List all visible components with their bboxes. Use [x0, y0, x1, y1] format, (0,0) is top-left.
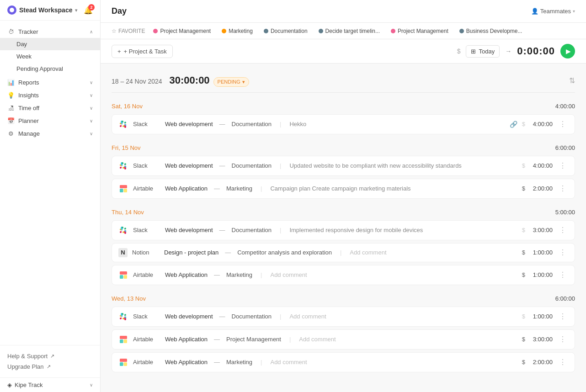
svg-point-0 [10, 8, 14, 12]
more-menu-thu14-1[interactable]: ⋮ [557, 248, 568, 257]
week-expand-icon[interactable]: ⇅ [569, 76, 575, 85]
sidebar: Stead Workspace ▾ 🔔 2 ⏱ Tracker ∧ Day We… [0, 0, 101, 392]
billable-wed13-2[interactable]: $ [522, 359, 525, 366]
time-thu14-2: 1:00:00 [530, 271, 553, 278]
workspace-name: Stead Workspace [19, 6, 72, 14]
day-label: Day [16, 41, 27, 48]
billable-thu14-2[interactable]: $ [522, 271, 525, 278]
billable-thu14-0[interactable]: $ [522, 227, 525, 233]
sidebar-item-pending[interactable]: Pending Approval [0, 63, 100, 75]
day-label-sat16: Sat, 16 Nov [112, 103, 143, 110]
upgrade-plan-link[interactable]: Upgrade Plan ↗ [7, 361, 93, 372]
billable-sat16-0[interactable]: $ [522, 121, 525, 127]
sidebar-item-reports[interactable]: 📊 Reports ∨ [0, 76, 100, 89]
sidebar-item-planner[interactable]: 📅 Planner ∨ [0, 114, 100, 127]
sidebar-item-tracker[interactable]: ⏱ Tracker ∧ [0, 25, 100, 38]
svg-rect-1 [120, 185, 127, 188]
billable-toggle-icon[interactable]: $ [457, 48, 461, 55]
app-name-fri15-0: Slack [133, 162, 160, 169]
kipe-track-selector[interactable]: ◈ Kipe Track ∨ [0, 377, 100, 392]
insights-icon: 💡 [7, 91, 15, 99]
day-total-thu14: 5:00:00 [555, 209, 575, 216]
link-icon-sat16-0[interactable]: 🔗 [510, 121, 517, 128]
time-wed13-2: 2:00:00 [530, 359, 553, 366]
fav-item-5[interactable]: Business Developme... [457, 27, 525, 35]
svg-rect-7 [120, 336, 127, 339]
fav-item-2[interactable]: Documentation [261, 27, 310, 35]
fav-dot-5 [459, 29, 464, 33]
workspace-selector[interactable]: Stead Workspace ▾ [7, 5, 77, 15]
add-comment-thu14-1[interactable]: Add comment [350, 249, 386, 256]
fav-name-0: Project Management [160, 28, 211, 34]
billable-fri15-1[interactable]: $ [522, 185, 525, 192]
top-header: Day 👤 Teammates ▾ [101, 0, 586, 23]
fav-name-1: Marketing [229, 28, 253, 34]
app-name-sat16-0: Slack [133, 121, 160, 127]
sidebar-item-timeoff[interactable]: 🏖 Time off ∨ [0, 101, 100, 114]
sidebar-item-insights[interactable]: 💡 Insights ∨ [0, 89, 100, 101]
help-support-link[interactable]: Help & Support ↗ [7, 351, 93, 361]
time-wed13-1: 3:00:00 [530, 336, 553, 343]
more-menu-wed13-1[interactable]: ⋮ [557, 335, 568, 344]
time-fri15-1: 2:00:00 [530, 185, 553, 192]
sidebar-item-day[interactable]: Day [0, 38, 100, 50]
more-menu-fri15-1[interactable]: ⋮ [557, 184, 568, 193]
more-menu-thu14-0[interactable]: ⋮ [557, 226, 568, 234]
task-wed13-1: Project Management [226, 336, 281, 343]
sidebar-item-week[interactable]: Week [0, 50, 100, 63]
task-fri15-1: Marketing [226, 185, 252, 192]
billable-wed13-1[interactable]: $ [522, 336, 525, 343]
more-menu-wed13-2[interactable]: ⋮ [557, 358, 568, 366]
notion-icon: N [118, 248, 128, 257]
app-name-wed13-1: Airtable [133, 336, 160, 343]
notification-bell[interactable]: 🔔 2 [84, 6, 93, 15]
add-task-button[interactable]: + + Project & Task [112, 45, 173, 58]
app-name-wed13-0: Slack [133, 313, 160, 320]
today-button[interactable]: ⊞ Today [466, 45, 500, 58]
entry-sat16-0: Slack Web development — Documentation | … [112, 114, 575, 134]
billable-thu14-1[interactable]: $ [522, 249, 525, 256]
add-comment-wed13-1[interactable]: Add comment [299, 336, 336, 343]
add-comment-wed13-0[interactable]: Add comment [289, 313, 326, 320]
fav-item-3[interactable]: Decide target timelin... [316, 27, 383, 35]
teammates-button[interactable]: 👤 Teammates ▾ [531, 8, 575, 15]
workspace-chevron-icon: ▾ [75, 8, 77, 13]
today-label: Today [479, 48, 495, 55]
add-comment-wed13-2[interactable]: Add comment [270, 359, 307, 366]
svg-rect-3 [124, 189, 128, 192]
more-menu-thu14-2[interactable]: ⋮ [557, 270, 568, 279]
reports-chevron-icon: ∨ [90, 80, 93, 85]
reports-icon: 📊 [7, 79, 15, 86]
fav-item-0[interactable]: Project Management [150, 27, 213, 35]
project-sat16-0: Web development [165, 121, 213, 127]
more-menu-fri15-0[interactable]: ⋮ [557, 161, 568, 170]
add-comment-thu14-2[interactable]: Add comment [270, 271, 307, 278]
app-name-thu14-1: Notion [132, 249, 160, 256]
comment-sat16-0: Hekko [289, 121, 306, 127]
slack-icon [118, 161, 128, 171]
pending-badge[interactable]: PENDING ▾ [213, 77, 249, 87]
fav-item-1[interactable]: Marketing [219, 27, 256, 35]
reports-label: Reports [18, 79, 39, 86]
manage-icon: ⚙ [7, 130, 15, 137]
task-thu14-2: Marketing [226, 271, 252, 278]
billable-wed13-0[interactable]: $ [522, 313, 525, 320]
project-thu14-2: Web Application [165, 271, 208, 278]
next-arrow-icon[interactable]: → [505, 48, 511, 55]
more-menu-sat16-0[interactable]: ⋮ [557, 120, 568, 128]
kipe-icon: ◈ [7, 381, 12, 388]
airtable-icon [118, 184, 128, 194]
insights-label: Insights [18, 92, 39, 99]
timeoff-label: Time off [18, 105, 39, 111]
timer-display: 0:00:00 [517, 45, 555, 57]
time-thu14-1: 1:00:00 [530, 249, 553, 256]
start-timer-button[interactable]: ▶ [560, 44, 575, 58]
teammates-icon: 👤 [531, 8, 538, 15]
more-menu-wed13-0[interactable]: ⋮ [557, 312, 568, 321]
pending-chevron-icon: ▾ [242, 79, 245, 85]
fav-item-4[interactable]: Project Management [388, 27, 451, 35]
sidebar-item-manage[interactable]: ⚙ Manage ∨ [0, 127, 100, 140]
slack-icon [118, 119, 128, 129]
fav-dot-3 [319, 29, 323, 33]
billable-fri15-0[interactable]: $ [522, 162, 525, 169]
